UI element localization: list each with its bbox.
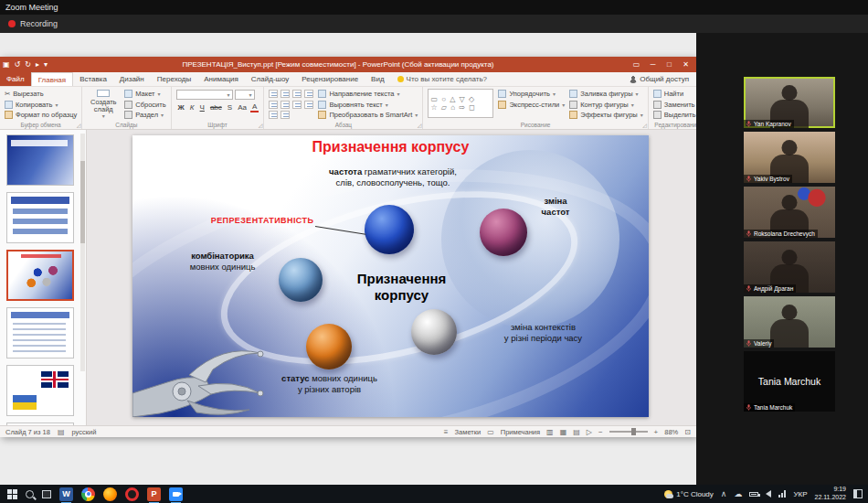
notes-button[interactable]: Заметки bbox=[455, 428, 482, 436]
comments-button[interactable]: Примечания bbox=[501, 428, 540, 436]
task-view-icon[interactable] bbox=[42, 490, 51, 498]
tab-view[interactable]: Вид bbox=[365, 72, 390, 86]
maximize-button[interactable]: □ bbox=[662, 58, 677, 71]
fit-to-window-icon[interactable]: ⊡ bbox=[684, 428, 691, 436]
replace-button[interactable]: Заменить▾ bbox=[653, 100, 696, 110]
participant-tile[interactable]: Roksolana Drechevych bbox=[744, 187, 835, 238]
change-case-button[interactable]: Аа bbox=[236, 103, 249, 112]
taskbar-search-icon[interactable] bbox=[26, 490, 34, 498]
undo-icon[interactable]: ↺ bbox=[15, 60, 21, 69]
tab-insert[interactable]: Вставка bbox=[73, 72, 113, 86]
columns-icon[interactable] bbox=[269, 111, 278, 119]
dialog-launcher-icon[interactable]: ◿ bbox=[418, 122, 422, 128]
onedrive-cloud-icon[interactable]: ☁ bbox=[734, 489, 742, 498]
slide-thumbnail[interactable] bbox=[6, 307, 74, 359]
ribbon-options-icon[interactable]: ▭ bbox=[629, 58, 644, 71]
powerpoint-app-icon[interactable]: P bbox=[147, 487, 161, 501]
thumbnail-scrollbar[interactable] bbox=[80, 134, 85, 371]
italic-button[interactable]: К bbox=[188, 103, 196, 112]
slide-thumbnail[interactable] bbox=[6, 134, 74, 186]
align-text-button[interactable]: Выровнять текст▾ bbox=[318, 100, 418, 110]
shapes-gallery[interactable]: ▭ ○ △ ▽ ◇ ☆ ▱ ⌂ ⇨ ◻ bbox=[428, 89, 493, 118]
dialog-launcher-icon[interactable]: ◿ bbox=[77, 122, 81, 128]
close-button[interactable]: ✕ bbox=[678, 58, 693, 71]
justify-icon[interactable] bbox=[304, 101, 313, 109]
zoom-slider-thumb[interactable] bbox=[631, 428, 636, 435]
bold-button[interactable]: Ж bbox=[176, 103, 186, 112]
slide-sorter-icon[interactable]: ▦ bbox=[560, 428, 567, 436]
slide-thumbnail[interactable] bbox=[6, 365, 74, 416]
zoom-slider[interactable] bbox=[609, 431, 648, 433]
new-slide-button[interactable]: Создать слайд ▾ bbox=[87, 89, 120, 120]
redo-icon[interactable]: ↻ bbox=[25, 60, 31, 69]
action-center-icon[interactable] bbox=[853, 489, 863, 498]
tell-me-box[interactable]: Что вы хотите сделать? bbox=[391, 72, 493, 86]
share-button[interactable]: Общий доступ bbox=[622, 72, 696, 86]
copy-button[interactable]: Копировать▾ bbox=[5, 100, 77, 110]
start-button[interactable] bbox=[7, 489, 17, 499]
align-left-icon[interactable] bbox=[269, 101, 278, 109]
tab-review[interactable]: Рецензирование bbox=[295, 72, 365, 86]
format-painter-button[interactable]: Формат по образцу bbox=[5, 110, 77, 120]
start-slideshow-icon[interactable]: ▸ bbox=[36, 60, 39, 69]
dialog-launcher-icon[interactable]: ◿ bbox=[259, 122, 263, 128]
underline-button[interactable]: Ч bbox=[198, 103, 206, 112]
zoom-level[interactable]: 88% bbox=[664, 428, 678, 436]
tab-file[interactable]: Файл bbox=[0, 72, 31, 86]
shape-fill-button[interactable]: Заливка фигуры▾ bbox=[569, 89, 643, 99]
language-switcher[interactable]: УКР bbox=[793, 490, 807, 498]
tab-home[interactable]: Главная bbox=[31, 72, 73, 86]
opera-app-icon[interactable] bbox=[125, 487, 139, 501]
tab-transitions[interactable]: Переходы bbox=[151, 72, 198, 86]
tab-slideshow[interactable]: Слайд-шоу bbox=[245, 72, 295, 86]
align-right-icon[interactable] bbox=[292, 101, 302, 109]
tab-animations[interactable]: Анимация bbox=[197, 72, 245, 86]
quick-styles-button[interactable]: Экспресс-стили▾ bbox=[498, 100, 565, 110]
language-indicator[interactable]: русский bbox=[72, 428, 97, 436]
bullets-icon[interactable] bbox=[269, 90, 278, 98]
spellcheck-icon[interactable]: ▤ bbox=[58, 428, 65, 436]
tab-design[interactable]: Дизайн bbox=[113, 72, 151, 86]
minimize-button[interactable]: ─ bbox=[645, 58, 661, 71]
normal-view-icon[interactable]: ▥ bbox=[546, 428, 554, 436]
current-slide[interactable]: Призначення корпусу частота граматичних … bbox=[132, 135, 649, 417]
participant-tile-no-video[interactable]: Tania Marchuk Tania Marchuk bbox=[744, 351, 835, 412]
find-button[interactable]: Найти bbox=[653, 89, 696, 99]
slide-thumbnail[interactable] bbox=[6, 423, 74, 425]
participant-tile[interactable]: Yakiv Bystrov bbox=[744, 132, 835, 183]
numbering-icon[interactable] bbox=[281, 90, 290, 98]
font-size-select[interactable]: ▾ bbox=[235, 90, 255, 100]
arrange-button[interactable]: Упорядочить▾ bbox=[498, 89, 565, 99]
save-icon[interactable]: ▣ bbox=[3, 60, 10, 69]
participant-tile[interactable]: Андрій Драган bbox=[744, 241, 835, 293]
text-shadow-button[interactable]: S bbox=[226, 103, 234, 112]
word-app-icon[interactable]: W bbox=[59, 487, 73, 501]
cut-button[interactable]: ✂Вырезать bbox=[5, 89, 77, 99]
zoom-out-icon[interactable]: − bbox=[598, 428, 603, 436]
reset-button[interactable]: Сбросить bbox=[124, 100, 165, 110]
dialog-launcher-icon[interactable]: ◿ bbox=[642, 122, 647, 128]
select-button[interactable]: Выделить▾ bbox=[653, 110, 696, 120]
indent-decrease-icon[interactable] bbox=[292, 90, 302, 98]
font-color-button[interactable]: А bbox=[250, 103, 259, 112]
text-direction-button[interactable]: Направление текста▾ bbox=[318, 89, 418, 99]
volume-icon[interactable] bbox=[766, 490, 771, 498]
shape-effects-button[interactable]: Эффекты фигуры▾ bbox=[569, 110, 643, 120]
slide-thumbnail-selected[interactable] bbox=[6, 250, 74, 301]
font-name-select[interactable]: ▾ bbox=[176, 90, 233, 100]
section-button[interactable]: Раздел▾ bbox=[124, 110, 165, 120]
line-spacing-icon[interactable] bbox=[281, 111, 290, 119]
slideshow-icon[interactable]: ▷ bbox=[587, 428, 592, 436]
zoom-app-icon[interactable] bbox=[169, 487, 183, 501]
layout-button[interactable]: Макет▾ bbox=[124, 89, 165, 99]
weather-widget[interactable]: 1°C Cloudy bbox=[664, 490, 714, 498]
align-center-icon[interactable] bbox=[281, 101, 290, 109]
firefox-app-icon[interactable] bbox=[103, 487, 117, 501]
convert-smartart-button[interactable]: Преобразовать в SmartArt▾ bbox=[318, 110, 418, 120]
zoom-in-icon[interactable]: + bbox=[654, 428, 659, 436]
reading-view-icon[interactable]: ▤ bbox=[573, 428, 580, 436]
taskbar-clock[interactable]: 9:19 22.11.2022 bbox=[814, 486, 846, 502]
battery-icon[interactable] bbox=[749, 492, 758, 497]
indent-increase-icon[interactable] bbox=[304, 90, 313, 98]
participant-tile[interactable]: Yan Kapranov bbox=[744, 77, 835, 128]
